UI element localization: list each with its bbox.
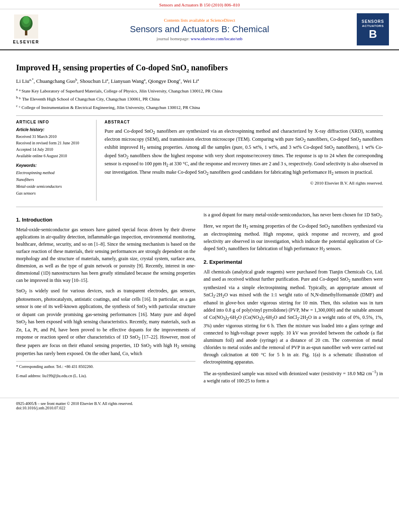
bottom-bar: 0925-4005/$ – see front matter © 2010 El…: [0, 398, 399, 412]
citation-text: Sensors and Actuators B 150 (2010) 806–8…: [159, 2, 240, 7]
issn-info: 0925-4005/$ – see front matter © 2010 El…: [16, 401, 383, 406]
badge-b: B: [369, 29, 377, 40]
accepted-date: Accepted 14 July 2010: [16, 146, 90, 153]
elsevier-logo: ELSEVIER: [8, 14, 44, 44]
journal-header: ELSEVIER Contents lists available at Sci…: [0, 9, 399, 50]
available-date: Available online 6 August 2010: [16, 153, 90, 159]
footnote-section: * Corresponding author. Tel.: +86 431 85…: [16, 361, 195, 379]
section1-right-para1: is a good dopant for many metal-oxide-se…: [204, 211, 383, 219]
abstract-text: Pure and Co-doped SnO2 nanofibers are sy…: [105, 127, 383, 177]
article-info-box: ARTICLE INFO Article history: Received 3…: [16, 120, 97, 201]
elsevier-tree-icon: [14, 14, 38, 39]
abstract-title: ABSTRACT: [105, 120, 383, 124]
article-info-abstract: ARTICLE INFO Article history: Received 3…: [16, 120, 383, 201]
section1-title: 1. Introduction: [16, 216, 195, 224]
article-history: Article history: Received 31 March 2010 …: [16, 127, 90, 159]
svg-point-4: [23, 16, 29, 24]
section2-para2: The as-synthesized sample was mixed with…: [204, 369, 383, 384]
homepage-url[interactable]: www.elsevier.com/locate/snb: [191, 36, 243, 41]
section1-para2: SnO2 is widely used for various devices,…: [16, 287, 195, 357]
badge-sensors: SENSORS: [362, 19, 384, 24]
keyword-1: Electrospinning method: [16, 169, 90, 176]
journal-title: Sensors and Actuators B: Chemical: [48, 24, 351, 35]
keywords-section: Keywords: Electrospinning method Nanofib…: [16, 163, 90, 197]
body-columns: 1. Introduction Metal-oxide-semiconducto…: [16, 211, 383, 388]
doi-info: doi:10.1016/j.snb.2010.07.022: [16, 406, 383, 410]
affiliation-a: a ᵃ State Key Laboratory of Superhard Ma…: [16, 87, 383, 94]
elsevier-label: ELSEVIER: [13, 40, 39, 44]
body-right-col: is a good dopant for many metal-oxide-se…: [204, 211, 383, 388]
journal-citation: Sensors and Actuators B 150 (2010) 806–8…: [0, 0, 399, 9]
affiliation-c: c ᶜ College of Instrumentation & Electri…: [16, 103, 383, 111]
publisher-logo: ELSEVIER: [8, 14, 44, 44]
revised-date: Received in revised form 21 June 2010: [16, 140, 90, 146]
section1-right-para2: Here, we report the H2 sensing propertie…: [204, 222, 383, 253]
sensors-actuators-badge: SENSORS ACTUATORS B: [357, 13, 389, 45]
section2-title: 2. Experimental: [204, 258, 383, 266]
affiliations: a ᵃ State Key Laboratory of Superhard Ma…: [16, 87, 383, 110]
footnote-email: E-mail address: liu199@jlu.edu.cn (L. Li…: [16, 373, 195, 379]
journal-info-center: Contents lists available at ScienceDirec…: [48, 18, 351, 41]
sciencedirect-link[interactable]: Contents lists available at ScienceDirec…: [48, 18, 351, 23]
affiliation-b: b ᵇ The Eleventh High School of Changchu…: [16, 95, 383, 102]
keyword-3: Metal-oxide semiconductors: [16, 183, 90, 190]
journal-badge: SENSORS ACTUATORS B: [355, 13, 391, 45]
received-date: Received 31 March 2010: [16, 134, 90, 140]
article-info-title: ARTICLE INFO: [16, 120, 90, 124]
keyword-2: Nanofibers: [16, 176, 90, 183]
footnote-star: * Corresponding author. Tel.: +86 431 85…: [16, 364, 195, 370]
paper-content: Improved H2 sensing properties of Co-dop…: [0, 50, 399, 394]
paper-title: Improved H2 sensing properties of Co-dop…: [16, 62, 383, 74]
journal-homepage: journal homepage: www.elsevier.com/locat…: [48, 36, 351, 41]
divider-2: [16, 207, 383, 207]
history-title: Article history:: [16, 127, 90, 132]
abstract-box: ABSTRACT Pure and Co-doped SnO2 nanofibe…: [105, 120, 383, 201]
copyright-notice: © 2010 Elsevier B.V. All rights reserved…: [105, 181, 383, 185]
body-left-col: 1. Introduction Metal-oxide-semiconducto…: [16, 211, 195, 388]
authors-line: Li Liua,*, Chuangchang Guob, Shouchun Li…: [16, 78, 383, 84]
section2-para1: All chemicals (analytical grade reagents…: [204, 268, 383, 365]
section1-para1: Metal-oxide-semiconductor gas sensors ha…: [16, 226, 195, 284]
divider-1: [16, 115, 383, 116]
svg-rect-1: [25, 30, 27, 35]
keyword-4: Gas sensors: [16, 190, 90, 197]
keywords-title: Keywords:: [16, 163, 90, 168]
